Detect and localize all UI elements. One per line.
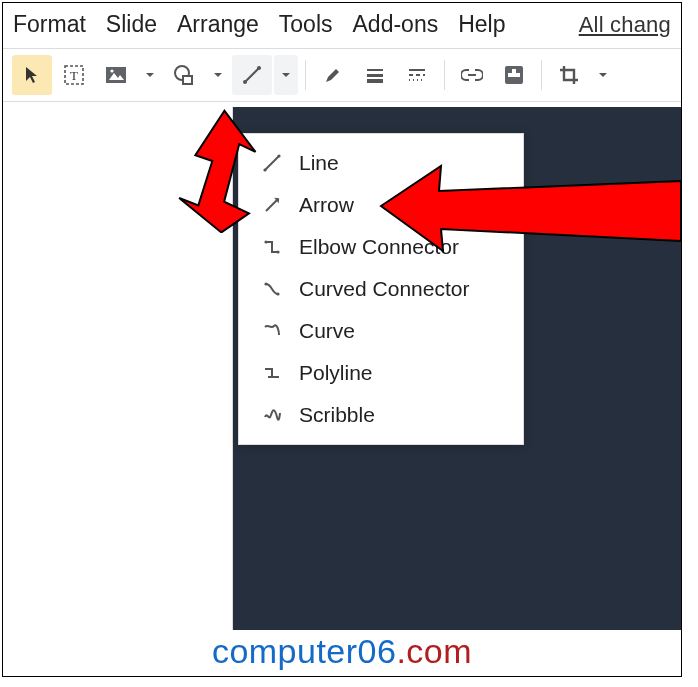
line-option-polyline[interactable]: Polyline <box>239 352 523 394</box>
app-frame: Format Slide Arrange Tools Add-ons Help … <box>2 2 682 677</box>
line-weight-icon <box>365 67 385 83</box>
chevron-down-icon <box>213 70 223 80</box>
crop-icon <box>558 64 580 86</box>
watermark: computer06.com <box>3 626 681 676</box>
select-tool-button[interactable] <box>12 55 52 95</box>
svg-text:T: T <box>70 68 78 83</box>
line-option-label: Line <box>299 151 339 175</box>
add-comment-button[interactable] <box>494 55 534 95</box>
chevron-down-icon <box>598 70 608 80</box>
menubar: Format Slide Arrange Tools Add-ons Help … <box>3 3 681 48</box>
shape-icon <box>173 64 195 86</box>
polyline-icon <box>261 362 283 384</box>
menu-slide[interactable]: Slide <box>106 11 157 38</box>
changes-saved-link[interactable]: All chang <box>579 12 671 38</box>
svg-line-22 <box>266 200 277 211</box>
line-tool-dropdown[interactable] <box>274 55 298 95</box>
textbox-button[interactable]: T <box>54 55 94 95</box>
menu-addons[interactable]: Add-ons <box>353 11 439 38</box>
line-option-label: Curve <box>299 319 355 343</box>
toolbar: T <box>3 48 681 102</box>
shape-dropdown[interactable] <box>206 55 230 95</box>
toolbar-separator <box>444 60 445 90</box>
svg-point-8 <box>243 80 247 84</box>
select-arrow-icon <box>22 65 42 85</box>
svg-line-7 <box>245 68 259 82</box>
svg-point-20 <box>263 168 266 171</box>
svg-rect-2 <box>106 67 126 83</box>
line-option-curved-connector[interactable]: Curved Connector <box>239 268 523 310</box>
text-box-icon: T <box>63 64 85 86</box>
pen-button[interactable] <box>313 55 353 95</box>
line-dash-button[interactable] <box>397 55 437 95</box>
arrow-diag-icon <box>261 194 283 216</box>
line-option-label: Polyline <box>299 361 373 385</box>
scribble-icon <box>261 404 283 426</box>
line-option-elbow[interactable]: Elbow Connector <box>239 226 523 268</box>
image-icon <box>105 66 127 84</box>
line-option-label: Curved Connector <box>299 277 469 301</box>
image-button[interactable] <box>96 55 136 95</box>
watermark-text-2: .com <box>396 632 472 671</box>
menu-format[interactable]: Format <box>13 11 86 38</box>
line-tool-icon <box>241 64 263 86</box>
line-tool-button[interactable] <box>232 55 272 95</box>
line-option-label: Scribble <box>299 403 375 427</box>
line-option-scribble[interactable]: Scribble <box>239 394 523 436</box>
shape-button[interactable] <box>164 55 204 95</box>
slide-panel[interactable] <box>3 107 233 630</box>
toolbar-separator <box>541 60 542 90</box>
chevron-down-icon <box>281 70 291 80</box>
svg-point-4 <box>110 69 113 72</box>
toolbar-separator <box>305 60 306 90</box>
svg-point-25 <box>264 282 267 285</box>
comment-icon <box>503 64 525 86</box>
line-dropdown-menu: Line Arrow Elbow Connector Curved Connec… <box>238 133 524 445</box>
link-icon <box>461 68 483 82</box>
elbow-icon <box>261 236 283 258</box>
svg-rect-6 <box>183 76 192 84</box>
menu-arrange[interactable]: Arrange <box>177 11 259 38</box>
menu-tools[interactable]: Tools <box>279 11 333 38</box>
line-option-curve[interactable]: Curve <box>239 310 523 352</box>
curved-conn-icon <box>261 278 283 300</box>
svg-rect-18 <box>508 73 520 77</box>
crop-button[interactable] <box>549 55 589 95</box>
svg-rect-12 <box>367 79 383 83</box>
crop-dropdown[interactable] <box>591 55 615 95</box>
pen-icon <box>323 65 343 85</box>
line-weight-button[interactable] <box>355 55 395 95</box>
insert-link-button[interactable] <box>452 55 492 95</box>
line-diag-icon <box>261 152 283 174</box>
line-option-arrow[interactable]: Arrow <box>239 184 523 226</box>
watermark-text-1: computer06 <box>212 632 397 671</box>
line-option-label: Elbow Connector <box>299 235 459 259</box>
svg-point-26 <box>276 292 279 295</box>
line-dash-icon <box>407 67 427 83</box>
line-option-line[interactable]: Line <box>239 142 523 184</box>
menu-help[interactable]: Help <box>458 11 505 38</box>
curve-icon <box>261 320 283 342</box>
svg-point-9 <box>257 66 261 70</box>
svg-line-19 <box>265 156 279 170</box>
svg-point-24 <box>276 250 279 253</box>
line-option-label: Arrow <box>299 193 354 217</box>
chevron-down-icon <box>145 70 155 80</box>
svg-rect-11 <box>367 74 383 77</box>
svg-point-23 <box>264 240 267 243</box>
svg-point-21 <box>277 154 280 157</box>
image-dropdown[interactable] <box>138 55 162 95</box>
svg-rect-10 <box>367 69 383 71</box>
